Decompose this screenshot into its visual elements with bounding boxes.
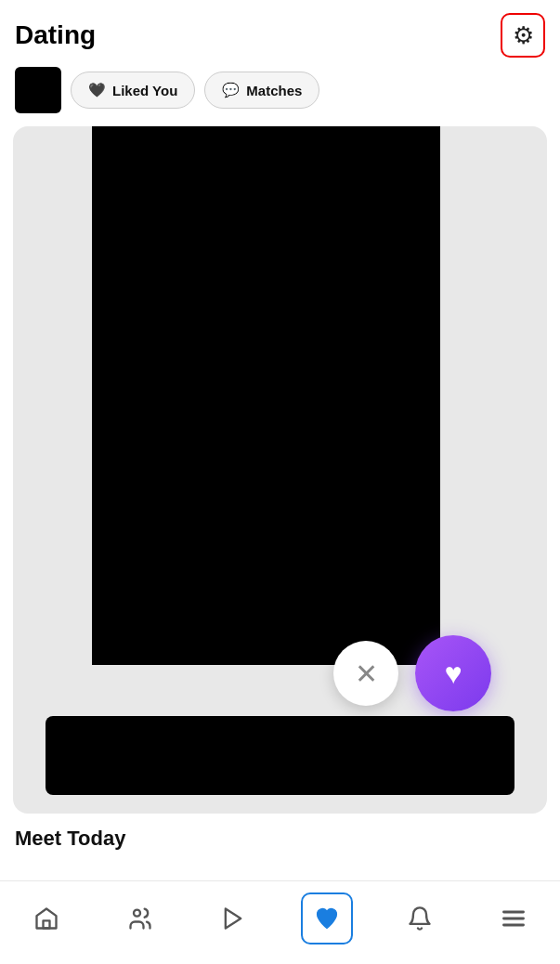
menu-icon [501,905,527,931]
matches-button[interactable]: 💬 Matches [204,72,319,109]
matches-label: Matches [246,83,302,98]
bell-icon [407,905,433,931]
card-info-bar [46,716,514,795]
svg-marker-2 [226,908,241,928]
liked-you-label: Liked You [112,83,177,98]
action-buttons: ✕ ♥ [333,635,491,711]
gear-icon: ⚙ [513,21,534,50]
pass-button[interactable]: ✕ [333,641,398,706]
matches-icon: 💬 [222,82,240,98]
filter-row: 🖤 Liked You 💬 Matches [0,67,560,126]
nav-friends[interactable] [114,892,166,944]
teaser-row: Meet Today [0,814,560,851]
svg-point-1 [134,909,140,916]
avatar-thumbnail [15,67,61,113]
profile-photo [92,126,440,665]
header: Dating ⚙ [0,0,560,67]
nav-notifications[interactable] [394,892,446,944]
nav-home[interactable] [20,892,72,944]
profile-card: ✕ ♥ [13,126,547,814]
svg-rect-0 [44,920,50,928]
close-icon: ✕ [355,658,378,690]
nav-dating[interactable] [301,892,353,944]
friends-icon [127,905,153,931]
liked-you-button[interactable]: 🖤 Liked You [71,72,195,109]
settings-button[interactable]: ⚙ [501,13,545,58]
liked-you-icon: 🖤 [88,82,106,98]
video-icon [220,905,246,931]
teaser-text: Meet Today [15,827,125,850]
dating-heart-icon [314,905,340,931]
home-icon [33,905,59,931]
page-title: Dating [15,20,96,50]
bottom-nav [0,880,560,964]
nav-video[interactable] [207,892,259,944]
nav-menu[interactable] [488,892,540,944]
like-button[interactable]: ♥ [415,635,491,711]
heart-icon: ♥ [445,657,462,691]
